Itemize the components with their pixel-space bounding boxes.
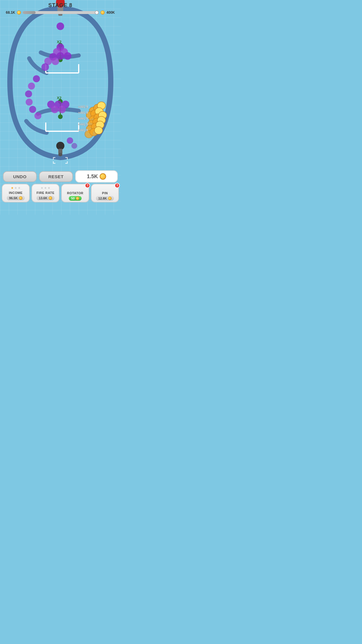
pin-coin: [108, 197, 112, 200]
svg-point-30: [25, 90, 32, 97]
score-popup-2: +441.9: [78, 111, 88, 114]
svg-point-37: [51, 106, 59, 113]
firerate-coin: [49, 196, 52, 200]
svg-point-39: [67, 137, 73, 144]
svg-point-38: [58, 106, 66, 113]
bottom-top-row: Undo Reset 1.5K: [0, 168, 121, 184]
bottom-ui: Undo Reset 1.5K ★ ★ ★ Income 96.5K ★ ★: [0, 168, 121, 215]
svg-point-11: [58, 153, 62, 156]
svg-point-31: [26, 99, 33, 106]
star-2: ★: [14, 186, 17, 190]
star-3: ★: [18, 186, 21, 190]
rotator-cost: 50: [69, 196, 82, 201]
svg-point-58: [94, 127, 103, 134]
firerate-title: Fire Rate: [36, 191, 55, 195]
svg-point-29: [28, 83, 35, 90]
coins-cluster: [85, 102, 107, 138]
svg-point-26: [52, 57, 59, 65]
svg-point-40: [71, 143, 77, 149]
score-popup-4: +441.9: [78, 123, 88, 126]
income-coin: [19, 196, 22, 200]
svg-point-33: [34, 112, 41, 119]
star-3: ★: [48, 186, 50, 190]
stage-title: Stage 8: [48, 2, 73, 8]
upgrade-card-firerate[interactable]: ★ ★ ★ Fire Rate 13.6K: [31, 184, 59, 202]
pin-cost-value: 12.8K: [98, 197, 107, 200]
upgrade-card-pin[interactable]: ? Pin 12.8K: [91, 184, 119, 202]
firerate-cost: 13.6K: [36, 196, 54, 200]
income-cost-value: 96.5K: [9, 196, 17, 200]
pin-help-badge[interactable]: ?: [115, 183, 120, 188]
income-stars: ★ ★ ★: [11, 186, 21, 190]
star-1: ★: [41, 186, 43, 190]
coin-icon-large: [100, 173, 106, 180]
rotator-title: Rotator: [67, 191, 83, 195]
svg-point-18: [57, 22, 64, 30]
svg-point-17: [58, 114, 63, 119]
progress-right-label: 400K: [106, 10, 115, 15]
star-2: ★: [44, 186, 47, 190]
game-canvas[interactable]: X2 X2: [0, 0, 121, 168]
svg-point-32: [29, 106, 36, 113]
progress-left-value: 68.1K: [6, 10, 15, 15]
score-popup-3: +441.9: [78, 117, 88, 120]
rotator-cost-value: 50: [71, 197, 75, 200]
score-popup-1: +441.9: [78, 105, 88, 108]
svg-point-28: [33, 75, 40, 82]
reset-button[interactable]: Reset: [39, 171, 73, 182]
svg-point-9: [56, 142, 64, 150]
coins-display: 1.5K: [75, 170, 118, 183]
svg-point-27: [41, 63, 49, 71]
score-popup-5: +441.9: [78, 128, 88, 132]
coin-icon-right: [101, 10, 105, 15]
stage-header: Stage 8: [0, 2, 121, 8]
star-1: ★: [11, 186, 14, 190]
pin-title: Pin: [102, 191, 108, 195]
progress-track: [23, 11, 99, 14]
progress-bar-container: 68.1K 400K: [6, 10, 115, 15]
coin-icon-left: [17, 10, 21, 15]
firerate-stars: ★ ★ ★: [41, 186, 50, 190]
firerate-cost-value: 13.6K: [39, 196, 47, 200]
progress-fill: [23, 11, 36, 14]
rotator-coin: [76, 197, 79, 200]
upgrade-row: ★ ★ ★ Income 96.5K ★ ★ ★ Fire Rate 13.6K: [0, 184, 121, 204]
coins-amount: 1.5K: [87, 174, 98, 180]
rotator-help-badge[interactable]: ?: [85, 183, 90, 188]
progress-left-label: 68.1K: [6, 10, 15, 15]
undo-button[interactable]: Undo: [3, 171, 37, 182]
income-cost: 96.5K: [7, 196, 24, 200]
pin-cost: 12.8K: [96, 196, 114, 201]
funnel-bottom: [46, 123, 79, 131]
upgrade-card-income[interactable]: ★ ★ ★ Income 96.5K: [2, 184, 30, 202]
funnel-top: [46, 64, 79, 73]
income-title: Income: [9, 191, 23, 195]
upgrade-card-rotator[interactable]: ? Rotator 50: [61, 184, 89, 202]
progress-thumb: [95, 10, 99, 15]
svg-point-24: [64, 52, 71, 60]
